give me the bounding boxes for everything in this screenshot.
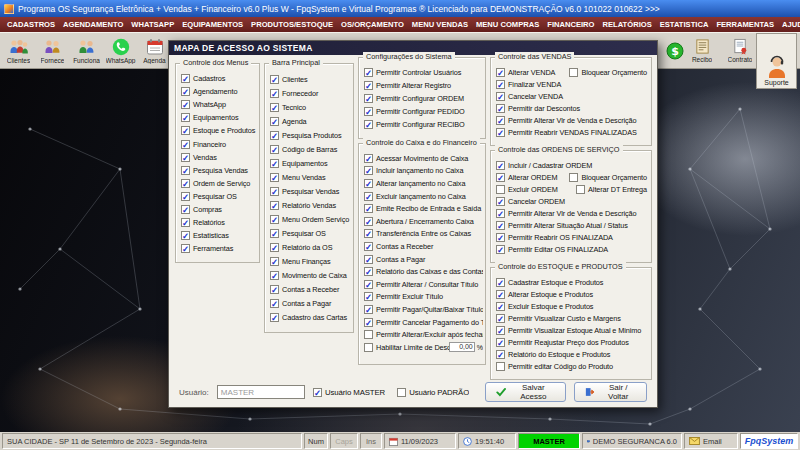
checkbox-option[interactable]: ✓Permitir Visualizar Custo e Margens [496, 314, 621, 323]
checkbox-option[interactable]: ✓Incluir lançamento no Caixa [364, 166, 463, 175]
checkbox-option[interactable]: ✓Permitir Excluir Título [364, 292, 443, 301]
checkbox-checked[interactable]: ✓ [270, 159, 279, 168]
checkbox-option[interactable]: ✓Cadastros [181, 74, 225, 83]
checkbox-option[interactable]: ✓Alterar lançamento no Caixa [364, 179, 465, 188]
checkbox-checked[interactable]: ✓ [496, 350, 505, 359]
checkbox-checked[interactable]: ✓ [181, 179, 190, 188]
checkbox-checked[interactable]: ✓ [270, 215, 279, 224]
checkbox-option[interactable]: ✓Fornecedor [270, 89, 318, 98]
checkbox-checked[interactable]: ✓ [181, 231, 190, 240]
checkbox-checked[interactable]: ✓ [496, 221, 505, 230]
checkbox-checked[interactable]: ✓ [364, 166, 373, 175]
checkbox-unchecked[interactable] [364, 330, 373, 339]
checkbox-checked[interactable]: ✓ [270, 229, 279, 238]
checkbox-checked[interactable]: ✓ [496, 104, 505, 113]
checkbox-option[interactable]: ✓WhatsApp [181, 100, 226, 109]
checkbox-option[interactable]: ✓Cadastro das Cartas [270, 313, 347, 322]
checkbox-option[interactable]: ✓Finalizar VENDA [496, 80, 561, 89]
checkbox-option[interactable]: ✓Pesquisar OS [181, 192, 237, 201]
checkbox-checked[interactable]: ✓ [496, 302, 505, 311]
checkbox-checked[interactable]: ✓ [364, 68, 373, 77]
toolbar-button-recibo[interactable]: Recibo [684, 33, 720, 68]
toolbar-button-clientes[interactable]: Clientes [2, 34, 35, 67]
checkbox-checked[interactable]: ✓ [496, 128, 505, 137]
checkbox-checked[interactable]: ✓ [181, 192, 190, 201]
checkbox-option[interactable]: Bloquear Orçamento [569, 173, 649, 182]
discount-limit-value[interactable]: 0,00 [449, 342, 475, 352]
menu-item[interactable]: MENU VENDAS [408, 19, 472, 30]
checkbox-option[interactable]: ✓Cadastrar Estoque e Produtos [496, 278, 603, 287]
menu-item[interactable]: FERRAMENTAS [712, 19, 778, 30]
checkbox-option[interactable]: ✓Permitir Configurar ORDEM [364, 94, 464, 103]
checkbox-checked[interactable]: ✓ [364, 229, 373, 238]
menu-item[interactable]: AJUDA [778, 19, 800, 30]
checkbox-checked[interactable]: ✓ [364, 255, 373, 264]
checkbox-checked[interactable]: ✓ [313, 388, 322, 397]
checkbox-option[interactable]: ✓Permitir dar Descontos [496, 104, 580, 113]
checkbox-option[interactable]: ✓Pesquisa Vendas [181, 166, 248, 175]
checkbox-checked[interactable]: ✓ [181, 113, 190, 122]
checkbox-option[interactable]: ✓Permitir Alterar / Consultar Título [364, 280, 478, 289]
checkbox-checked[interactable]: ✓ [364, 305, 373, 314]
save-access-button[interactable]: Salvar Acesso [485, 382, 566, 402]
checkbox-option[interactable]: ✓Incluir / Cadastrar ORDEM [496, 161, 592, 170]
checkbox-option[interactable]: ✓Menu Vendas [270, 173, 326, 182]
menu-item[interactable]: AGENDAMENTO [59, 19, 127, 30]
checkbox-option[interactable]: ✓Pesquisar OS [270, 229, 326, 238]
checkbox-checked[interactable]: ✓ [496, 68, 505, 77]
checkbox-option[interactable]: ✓Permitir Reabrir OS FINALIZADA [496, 233, 613, 242]
checkbox-option[interactable]: ✓Permitir Pagar/Quitar/Baixar Título [364, 305, 483, 314]
checkbox-option[interactable]: ✓Permitir Alterar Vlr de Venda e Descriç… [496, 209, 637, 218]
checkbox-checked[interactable]: ✓ [496, 209, 505, 218]
checkbox-option[interactable]: ✓Pesquisa Produtos [270, 131, 342, 140]
checkbox-checked[interactable]: ✓ [181, 87, 190, 96]
checkbox-checked[interactable]: ✓ [270, 173, 279, 182]
toolbar-button-funcionario[interactable]: Funciona [70, 34, 103, 67]
checkbox-option[interactable]: ✓Alterar Estoque e Produtos [496, 290, 593, 299]
checkbox-option[interactable]: Habilitar Limite de Desconto [364, 343, 449, 352]
checkbox-option[interactable]: ✓Relatório do Estoque e Produtos [496, 350, 610, 359]
menu-item[interactable]: CADASTROS [3, 19, 59, 30]
checkbox-checked[interactable]: ✓ [270, 131, 279, 140]
toolbar-button-whatsapp[interactable]: WhatsApp [104, 34, 137, 67]
checkbox-option[interactable]: ✓Cancelar VENDA [496, 92, 563, 101]
checkbox-unchecked[interactable] [576, 185, 585, 194]
checkbox-option[interactable]: ✓Permitir Reabrir VENDAS FINALIZADAS [496, 128, 637, 137]
checkbox-checked[interactable]: ✓ [364, 242, 373, 251]
checkbox-option[interactable]: ✓Clientes [270, 75, 308, 84]
checkbox-checked[interactable]: ✓ [270, 299, 279, 308]
checkbox-checked[interactable]: ✓ [181, 153, 190, 162]
checkbox-option[interactable]: Excluir ORDEM [496, 185, 558, 194]
menu-item[interactable]: FINANCEIRO [543, 19, 598, 30]
checkbox-checked[interactable]: ✓ [496, 290, 505, 299]
checkbox-option[interactable]: ✓Menu Ordem Serviço [270, 215, 349, 224]
checkbox-option[interactable]: ✓Ordem de Serviço [181, 179, 250, 188]
checkbox-checked[interactable]: ✓ [496, 326, 505, 335]
checkbox-checked[interactable]: ✓ [496, 338, 505, 347]
checkbox-option[interactable]: ✓Menu Finanças [270, 257, 331, 266]
checkbox-checked[interactable]: ✓ [364, 318, 373, 327]
checkbox-checked[interactable]: ✓ [270, 187, 279, 196]
checkbox-option[interactable]: Alterar DT Entrega [576, 185, 649, 194]
checkbox-option[interactable]: ✓Contas a Receber [364, 242, 433, 251]
checkbox-unchecked[interactable] [496, 185, 505, 194]
checkbox-option[interactable]: ✓Permitir Cancelar Pagamento do Título [364, 318, 483, 327]
checkbox-checked[interactable]: ✓ [270, 313, 279, 322]
checkbox-option[interactable]: ✓Permitir Visualizar Estoque Atual e Min… [496, 326, 641, 335]
menu-item[interactable]: MENU COMPRAS [472, 19, 543, 30]
checkbox-option[interactable]: ✓Alterar VENDA [496, 68, 555, 77]
checkbox-option[interactable]: ✓Contas a Receber [270, 285, 339, 294]
checkbox-option[interactable]: ✓Estoque e Produtos [181, 126, 255, 135]
checkbox-option[interactable]: ✓Transferência Entre os Caixas [364, 229, 471, 238]
checkbox-option[interactable]: ✓Abertura / Encerramento Caixa [364, 217, 474, 226]
checkbox-option[interactable]: ✓Emite Recibo de Entrada e Saída [364, 204, 481, 213]
toolbar-button-contrato[interactable]: Contrato [722, 33, 758, 68]
checkbox-option[interactable]: ✓Acessar Movimento de Caixa [364, 154, 468, 163]
checkbox-checked[interactable]: ✓ [270, 75, 279, 84]
checkbox-option[interactable]: ✓Permitir Configurar PEDIDO [364, 107, 465, 116]
checkbox-option[interactable]: ✓Permitir Alterar Vlr de Venda e Descriç… [496, 116, 637, 125]
checkbox-option[interactable]: ✓Permitir Alterar Registro [364, 81, 451, 90]
checkbox-checked[interactable]: ✓ [270, 145, 279, 154]
checkbox-checked[interactable]: ✓ [181, 140, 190, 149]
checkbox-checked[interactable]: ✓ [364, 94, 373, 103]
